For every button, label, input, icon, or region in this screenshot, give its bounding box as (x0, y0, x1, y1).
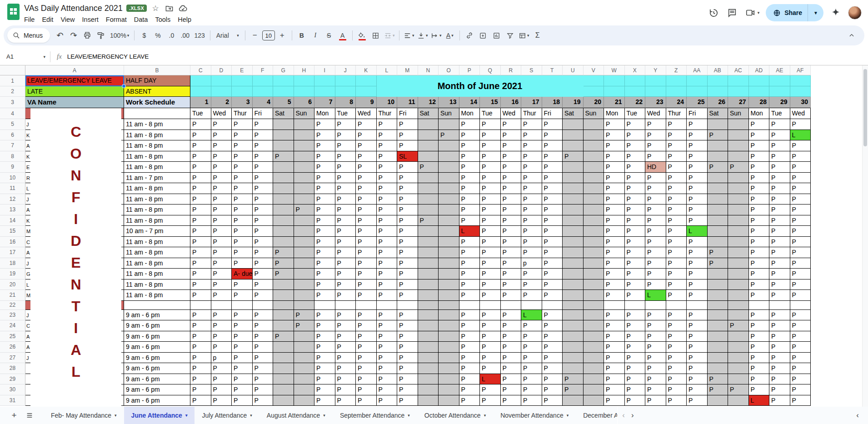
attendance-cell[interactable] (273, 290, 294, 301)
attendance-cell[interactable]: P (521, 247, 542, 258)
attendance-cell[interactable]: P (563, 151, 584, 162)
attendance-cell[interactable]: P (666, 151, 687, 162)
attendance-cell[interactable]: P (604, 119, 625, 130)
month-band-cell[interactable] (314, 86, 335, 97)
attendance-cell[interactable]: P (211, 384, 232, 395)
attendance-cell[interactable] (273, 395, 294, 406)
merge-cells-button[interactable]: ▾ (383, 29, 396, 42)
attendance-cell[interactable]: P (604, 384, 625, 395)
attendance-cell[interactable]: P (480, 258, 501, 269)
column-header[interactable]: Q (480, 65, 501, 75)
row-header[interactable]: 3 (0, 97, 25, 108)
attendance-cell[interactable]: P (314, 279, 335, 290)
attendance-cell[interactable]: L (749, 395, 770, 406)
attendance-cell[interactable] (439, 331, 459, 342)
attendance-cell[interactable] (708, 205, 728, 215)
sheet-tab-december-at[interactable]: December At (576, 407, 618, 424)
attendance-cell[interactable] (294, 140, 315, 151)
attendance-cell[interactable] (584, 269, 604, 279)
attendance-cell[interactable] (418, 310, 439, 321)
month-band-cell[interactable] (604, 86, 625, 97)
attendance-cell[interactable]: P (645, 395, 666, 406)
column-header[interactable]: AD (749, 65, 770, 75)
attendance-cell[interactable]: P (480, 226, 501, 237)
attendance-cell[interactable]: P (253, 269, 274, 279)
attendance-cell[interactable] (439, 384, 459, 395)
attendance-cell[interactable]: P (769, 173, 790, 184)
day-name-cell[interactable]: Thur (666, 108, 687, 119)
attendance-cell[interactable] (418, 353, 439, 364)
attendance-cell[interactable]: P (253, 183, 274, 194)
selection-handle[interactable] (122, 84, 126, 88)
day-number-cell[interactable]: 8 (335, 97, 356, 108)
attendance-cell[interactable]: P (211, 162, 232, 173)
attendance-cell[interactable] (584, 130, 604, 141)
day-number-cell[interactable]: 3 (232, 97, 253, 108)
attendance-cell[interactable] (563, 363, 584, 374)
attendance-cell[interactable]: P (480, 269, 501, 279)
attendance-cell[interactable]: P (625, 269, 646, 279)
attendance-cell[interactable]: P (708, 162, 728, 173)
attendance-cell[interactable]: P (625, 215, 646, 226)
attendance-cell[interactable]: P (232, 310, 253, 321)
attendance-cell[interactable] (584, 162, 604, 173)
menu-view[interactable]: View (57, 15, 78, 24)
attendance-cell[interactable] (418, 183, 439, 194)
attendance-cell[interactable]: P (749, 247, 770, 258)
month-band-cell[interactable] (708, 86, 728, 97)
attendance-cell[interactable] (687, 301, 708, 310)
attendance-cell[interactable] (294, 194, 315, 205)
attendance-cell[interactable]: P (190, 237, 211, 248)
attendance-cell[interactable]: P (211, 310, 232, 321)
attendance-cell[interactable]: P (253, 310, 274, 321)
column-header[interactable]: AE (769, 65, 790, 75)
attendance-cell[interactable] (563, 183, 584, 194)
attendance-cell[interactable]: P (480, 194, 501, 205)
column-header[interactable]: M (397, 65, 418, 75)
attendance-cell[interactable]: P (377, 173, 398, 184)
attendance-cell[interactable]: P (253, 205, 274, 215)
attendance-cell[interactable]: P (501, 173, 522, 184)
attendance-cell[interactable] (294, 279, 315, 290)
attendance-cell[interactable]: P (314, 269, 335, 279)
attendance-cell[interactable] (418, 226, 439, 237)
attendance-cell[interactable]: P (273, 258, 294, 269)
attendance-cell[interactable]: P (542, 269, 563, 279)
attendance-cell[interactable] (273, 183, 294, 194)
row-header[interactable]: 19 (0, 269, 25, 279)
day-number-cell[interactable]: 21 (604, 97, 625, 108)
column-header[interactable]: D (211, 65, 232, 75)
attendance-cell[interactable]: P (501, 205, 522, 215)
attendance-cell[interactable]: P (459, 119, 480, 130)
attendance-cell[interactable]: P (769, 310, 790, 321)
attendance-cell[interactable]: P (253, 363, 274, 374)
attendance-cell[interactable]: P (314, 205, 335, 215)
attendance-cell[interactable]: P (769, 205, 790, 215)
day-number-cell[interactable]: 29 (769, 97, 790, 108)
attendance-cell[interactable]: P (625, 183, 646, 194)
attendance-cell[interactable]: P (749, 353, 770, 364)
attendance-cell[interactable]: P (253, 395, 274, 406)
attendance-cell[interactable]: P (666, 374, 687, 385)
month-band-cell[interactable] (708, 75, 728, 86)
attendance-cell[interactable] (584, 258, 604, 269)
attendance-cell[interactable] (294, 353, 315, 364)
column-header[interactable]: A (25, 65, 124, 75)
attendance-cell[interactable]: P (314, 226, 335, 237)
attendance-cell[interactable]: L (480, 374, 501, 385)
text-rotation-button[interactable]: A▾ (444, 29, 456, 42)
attendance-cell[interactable]: P (335, 258, 356, 269)
attendance-cell[interactable]: P (790, 310, 811, 321)
attendance-cell[interactable]: P (294, 205, 315, 215)
attendance-cell[interactable] (708, 301, 728, 310)
attendance-cell[interactable] (273, 194, 294, 205)
attendance-cell[interactable]: P (501, 269, 522, 279)
attendance-cell[interactable]: P (253, 140, 274, 151)
attendance-cell[interactable]: P (253, 237, 274, 248)
attendance-cell[interactable]: P (645, 342, 666, 353)
attendance-cell[interactable]: P (521, 205, 542, 215)
attendance-cell[interactable]: P (790, 353, 811, 364)
attendance-cell[interactable] (439, 226, 459, 237)
schedule-cell[interactable]: 11 am - 8 pm (124, 130, 190, 141)
attendance-cell[interactable] (253, 301, 274, 310)
